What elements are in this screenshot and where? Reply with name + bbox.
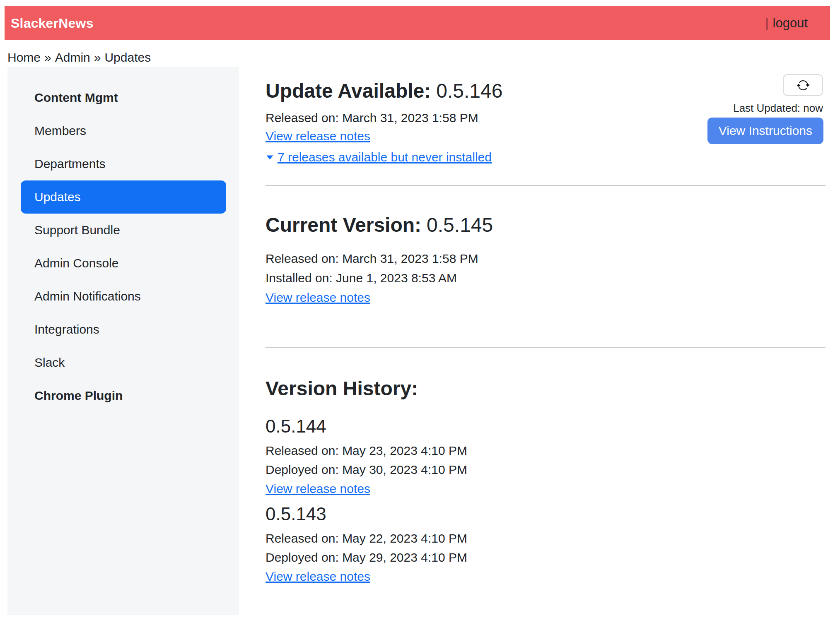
breadcrumb-separator: » bbox=[94, 50, 101, 64]
sidebar-item-admin-notifications[interactable]: Admin Notifications bbox=[21, 280, 226, 313]
current-release-notes-link[interactable]: View release notes bbox=[266, 288, 370, 307]
logout-area: | logout bbox=[765, 16, 808, 31]
sidebar-item-integrations[interactable]: Integrations bbox=[21, 313, 226, 346]
version-history-heading: Version History: bbox=[266, 377, 826, 401]
history-deployed-text: Deployed on: May 29, 2023 4:10 PM bbox=[266, 548, 826, 567]
version-history-entry: 0.5.144 Released on: May 23, 2023 4:10 P… bbox=[266, 416, 826, 498]
sidebar-item-support-bundle[interactable]: Support Bundle bbox=[21, 214, 226, 247]
breadcrumb-current-updates: Updates bbox=[104, 50, 151, 64]
breadcrumb-admin[interactable]: Admin bbox=[55, 50, 90, 64]
app-brand[interactable]: SlackerNews bbox=[11, 16, 94, 31]
current-version-number: 0.5.145 bbox=[427, 214, 493, 236]
breadcrumb-separator: » bbox=[44, 50, 51, 64]
sidebar-item-departments[interactable]: Departments bbox=[21, 147, 226, 180]
sidebar: Content Mgmt Members Departments Updates… bbox=[7, 67, 239, 615]
history-version-number: 0.5.144 bbox=[266, 416, 826, 437]
history-release-notes-link[interactable]: View release notes bbox=[266, 479, 370, 498]
current-installed-text: Installed on: June 1, 2023 8:53 AM bbox=[266, 268, 826, 288]
logout-separator: | bbox=[765, 16, 768, 31]
releases-toggle-label: 7 releases available but never installed bbox=[278, 148, 492, 166]
history-released-text: Released on: May 22, 2023 4:10 PM bbox=[266, 529, 826, 548]
sidebar-item-updates[interactable]: Updates bbox=[21, 180, 226, 214]
app-header: SlackerNews | logout bbox=[5, 6, 830, 40]
update-available-heading: Update Available:0.5.146 bbox=[266, 79, 826, 103]
divider bbox=[266, 347, 826, 348]
history-version-number: 0.5.143 bbox=[266, 503, 826, 525]
breadcrumb: Home»Admin»Updates bbox=[7, 50, 840, 65]
update-available-label: Update Available: bbox=[266, 80, 431, 102]
content-row: Content Mgmt Members Departments Updates… bbox=[7, 67, 840, 615]
view-instructions-button[interactable]: View Instructions bbox=[707, 118, 823, 144]
current-version-heading: Current Version:0.5.145 bbox=[266, 213, 826, 237]
update-available-version: 0.5.146 bbox=[436, 80, 502, 102]
history-release-notes-link[interactable]: View release notes bbox=[266, 567, 370, 586]
divider bbox=[266, 185, 826, 186]
sidebar-item-members[interactable]: Members bbox=[21, 114, 226, 147]
current-released-text: Released on: March 31, 2023 1:58 PM bbox=[266, 249, 826, 268]
sidebar-item-slack[interactable]: Slack bbox=[21, 346, 226, 379]
current-version-label: Current Version: bbox=[266, 214, 421, 236]
last-updated-text: Last Updated: now bbox=[733, 102, 823, 115]
current-version-section: Current Version:0.5.145 Released on: Mar… bbox=[266, 213, 826, 348]
sidebar-item-chrome-plugin[interactable]: Chrome Plugin bbox=[21, 379, 226, 412]
update-release-notes-link[interactable]: View release notes bbox=[266, 127, 370, 145]
caret-down-icon bbox=[266, 154, 274, 161]
history-deployed-text: Deployed on: May 30, 2023 4:10 PM bbox=[266, 460, 826, 479]
page: SlackerNews | logout Home»Admin»Updates … bbox=[0, 6, 840, 615]
sidebar-item-admin-console[interactable]: Admin Console bbox=[21, 247, 226, 280]
main-content: Last Updated: now View Instructions Upda… bbox=[239, 67, 840, 615]
logout-link[interactable]: logout bbox=[773, 16, 808, 31]
history-released-text: Released on: May 23, 2023 4:10 PM bbox=[266, 441, 826, 460]
refresh-button[interactable] bbox=[783, 74, 823, 96]
sidebar-item-content-mgmt[interactable]: Content Mgmt bbox=[21, 81, 226, 114]
releases-toggle-link[interactable]: 7 releases available but never installed bbox=[266, 148, 492, 166]
version-history-entry: 0.5.143 Released on: May 22, 2023 4:10 P… bbox=[266, 503, 826, 586]
breadcrumb-home[interactable]: Home bbox=[7, 50, 41, 64]
version-history-section: Version History: 0.5.144 Released on: Ma… bbox=[266, 377, 826, 586]
refresh-icon bbox=[797, 79, 810, 92]
